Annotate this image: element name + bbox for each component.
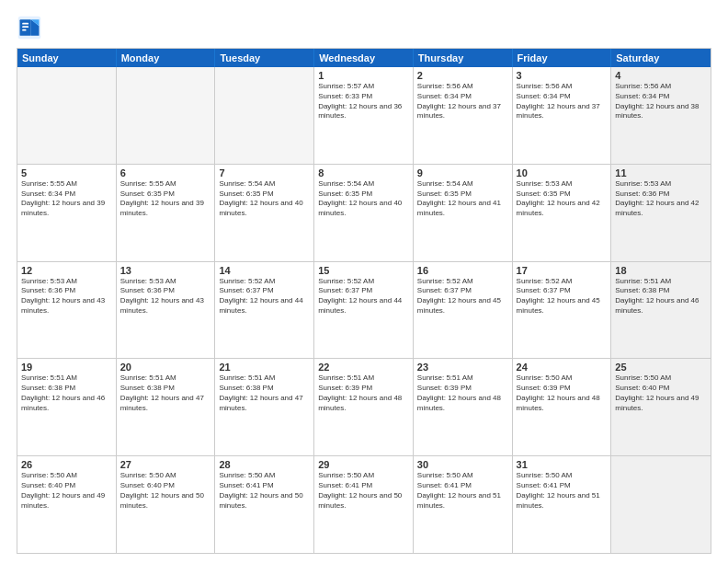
calendar-header: SundayMondayTuesdayWednesdayThursdayFrid… xyxy=(17,49,711,67)
day-info: Sunrise: 5:57 AMSunset: 6:33 PMDaylight:… xyxy=(318,82,409,121)
day-cell-9: 9Sunrise: 5:54 AMSunset: 6:35 PMDaylight… xyxy=(414,165,513,261)
day-cell-1: 1Sunrise: 5:57 AMSunset: 6:33 PMDaylight… xyxy=(314,67,414,164)
day-cell-14: 14Sunrise: 5:52 AMSunset: 6:37 PMDayligh… xyxy=(215,262,314,359)
day-number: 20 xyxy=(120,362,211,373)
day-number: 23 xyxy=(417,362,508,373)
day-number: 18 xyxy=(615,265,707,276)
day-info: Sunrise: 5:54 AMSunset: 6:35 PMDaylight:… xyxy=(318,179,409,219)
day-info: Sunrise: 5:53 AMSunset: 6:36 PMDaylight:… xyxy=(615,179,707,219)
day-info: Sunrise: 5:52 AMSunset: 6:37 PMDaylight:… xyxy=(318,277,409,316)
day-cell-31: 31Sunrise: 5:50 AMSunset: 6:41 PMDayligh… xyxy=(513,456,612,553)
day-cell-15: 15Sunrise: 5:52 AMSunset: 6:37 PMDayligh… xyxy=(314,262,414,359)
day-info: Sunrise: 5:50 AMSunset: 6:40 PMDaylight:… xyxy=(120,471,211,511)
day-cell-17: 17Sunrise: 5:52 AMSunset: 6:37 PMDayligh… xyxy=(513,262,612,359)
empty-cell-4-6 xyxy=(611,456,711,553)
day-number: 26 xyxy=(21,459,112,470)
calendar-row-4: 26Sunrise: 5:50 AMSunset: 6:40 PMDayligh… xyxy=(17,456,711,553)
day-cell-16: 16Sunrise: 5:52 AMSunset: 6:37 PMDayligh… xyxy=(414,262,513,359)
header-day-friday: Friday xyxy=(513,49,612,67)
day-cell-2: 2Sunrise: 5:56 AMSunset: 6:34 PMDaylight… xyxy=(414,67,513,164)
day-number: 25 xyxy=(615,362,707,373)
day-info: Sunrise: 5:50 AMSunset: 6:41 PMDaylight:… xyxy=(517,471,608,511)
day-cell-7: 7Sunrise: 5:54 AMSunset: 6:35 PMDaylight… xyxy=(215,165,314,261)
day-info: Sunrise: 5:50 AMSunset: 6:39 PMDaylight:… xyxy=(517,373,608,413)
day-info: Sunrise: 5:50 AMSunset: 6:41 PMDaylight:… xyxy=(219,471,310,511)
day-info: Sunrise: 5:52 AMSunset: 6:37 PMDaylight:… xyxy=(517,277,608,316)
day-cell-18: 18Sunrise: 5:51 AMSunset: 6:38 PMDayligh… xyxy=(611,262,711,359)
day-info: Sunrise: 5:51 AMSunset: 6:38 PMDaylight:… xyxy=(21,373,112,413)
header-day-monday: Monday xyxy=(117,49,216,67)
day-number: 1 xyxy=(318,70,409,81)
day-number: 29 xyxy=(318,459,409,470)
day-number: 24 xyxy=(517,362,608,373)
day-cell-5: 5Sunrise: 5:55 AMSunset: 6:34 PMDaylight… xyxy=(17,165,117,261)
day-number: 17 xyxy=(517,265,608,276)
day-number: 3 xyxy=(517,70,608,81)
day-info: Sunrise: 5:52 AMSunset: 6:37 PMDaylight:… xyxy=(417,277,508,316)
day-number: 2 xyxy=(417,70,508,81)
day-number: 16 xyxy=(417,265,508,276)
calendar-row-3: 19Sunrise: 5:51 AMSunset: 6:38 PMDayligh… xyxy=(17,359,711,456)
day-cell-30: 30Sunrise: 5:50 AMSunset: 6:41 PMDayligh… xyxy=(414,456,513,553)
day-number: 30 xyxy=(417,459,508,470)
day-info: Sunrise: 5:50 AMSunset: 6:41 PMDaylight:… xyxy=(318,471,409,511)
day-number: 12 xyxy=(21,265,112,276)
day-number: 8 xyxy=(318,167,409,178)
header-day-sunday: Sunday xyxy=(17,49,117,67)
day-cell-3: 3Sunrise: 5:56 AMSunset: 6:34 PMDaylight… xyxy=(513,67,612,164)
day-number: 22 xyxy=(318,362,409,373)
day-cell-12: 12Sunrise: 5:53 AMSunset: 6:36 PMDayligh… xyxy=(17,262,117,359)
day-cell-10: 10Sunrise: 5:53 AMSunset: 6:35 PMDayligh… xyxy=(513,165,612,261)
day-info: Sunrise: 5:56 AMSunset: 6:34 PMDaylight:… xyxy=(615,82,707,121)
day-cell-29: 29Sunrise: 5:50 AMSunset: 6:41 PMDayligh… xyxy=(314,456,414,553)
day-info: Sunrise: 5:50 AMSunset: 6:41 PMDaylight:… xyxy=(417,471,508,511)
day-info: Sunrise: 5:50 AMSunset: 6:40 PMDaylight:… xyxy=(615,373,707,413)
day-number: 4 xyxy=(615,70,707,81)
empty-cell-0-2 xyxy=(215,67,314,164)
svg-rect-5 xyxy=(22,26,28,28)
day-number: 27 xyxy=(120,459,211,470)
day-cell-24: 24Sunrise: 5:50 AMSunset: 6:39 PMDayligh… xyxy=(513,359,612,455)
day-info: Sunrise: 5:51 AMSunset: 6:39 PMDaylight:… xyxy=(417,373,508,413)
day-cell-20: 20Sunrise: 5:51 AMSunset: 6:38 PMDayligh… xyxy=(117,359,216,455)
logo xyxy=(17,15,46,40)
calendar-body: 1Sunrise: 5:57 AMSunset: 6:33 PMDaylight… xyxy=(17,67,711,553)
header-day-thursday: Thursday xyxy=(414,49,513,67)
page: SundayMondayTuesdayWednesdayThursdayFrid… xyxy=(0,0,728,563)
calendar: SundayMondayTuesdayWednesdayThursdayFrid… xyxy=(17,48,711,554)
day-cell-28: 28Sunrise: 5:50 AMSunset: 6:41 PMDayligh… xyxy=(215,456,314,553)
empty-cell-0-0 xyxy=(17,67,117,164)
day-cell-8: 8Sunrise: 5:54 AMSunset: 6:35 PMDaylight… xyxy=(314,165,414,261)
day-info: Sunrise: 5:53 AMSunset: 6:36 PMDaylight:… xyxy=(21,277,112,316)
day-number: 7 xyxy=(219,167,310,178)
day-info: Sunrise: 5:54 AMSunset: 6:35 PMDaylight:… xyxy=(219,179,310,219)
logo-icon xyxy=(17,15,42,40)
day-cell-26: 26Sunrise: 5:50 AMSunset: 6:40 PMDayligh… xyxy=(17,456,117,553)
day-cell-4: 4Sunrise: 5:56 AMSunset: 6:34 PMDaylight… xyxy=(611,67,711,164)
day-cell-21: 21Sunrise: 5:51 AMSunset: 6:38 PMDayligh… xyxy=(215,359,314,455)
calendar-row-2: 12Sunrise: 5:53 AMSunset: 6:36 PMDayligh… xyxy=(17,262,711,360)
day-cell-6: 6Sunrise: 5:55 AMSunset: 6:35 PMDaylight… xyxy=(117,165,216,261)
day-info: Sunrise: 5:50 AMSunset: 6:40 PMDaylight:… xyxy=(21,471,112,511)
day-number: 21 xyxy=(219,362,310,373)
day-number: 5 xyxy=(21,167,112,178)
day-info: Sunrise: 5:56 AMSunset: 6:34 PMDaylight:… xyxy=(417,82,508,121)
day-cell-19: 19Sunrise: 5:51 AMSunset: 6:38 PMDayligh… xyxy=(17,359,117,455)
day-info: Sunrise: 5:55 AMSunset: 6:35 PMDaylight:… xyxy=(120,179,211,219)
day-number: 15 xyxy=(318,265,409,276)
svg-rect-4 xyxy=(22,23,28,25)
calendar-row-0: 1Sunrise: 5:57 AMSunset: 6:33 PMDaylight… xyxy=(17,67,711,165)
day-cell-27: 27Sunrise: 5:50 AMSunset: 6:40 PMDayligh… xyxy=(117,456,216,553)
day-info: Sunrise: 5:53 AMSunset: 6:36 PMDaylight:… xyxy=(120,277,211,316)
day-cell-22: 22Sunrise: 5:51 AMSunset: 6:39 PMDayligh… xyxy=(314,359,414,455)
day-number: 9 xyxy=(417,167,508,178)
day-number: 11 xyxy=(615,167,707,178)
calendar-row-1: 5Sunrise: 5:55 AMSunset: 6:34 PMDaylight… xyxy=(17,165,711,262)
day-info: Sunrise: 5:51 AMSunset: 6:39 PMDaylight:… xyxy=(318,373,409,413)
day-info: Sunrise: 5:51 AMSunset: 6:38 PMDaylight:… xyxy=(615,277,707,316)
empty-cell-0-1 xyxy=(117,67,216,164)
day-cell-23: 23Sunrise: 5:51 AMSunset: 6:39 PMDayligh… xyxy=(414,359,513,455)
day-cell-25: 25Sunrise: 5:50 AMSunset: 6:40 PMDayligh… xyxy=(611,359,711,455)
header xyxy=(17,15,711,40)
header-day-tuesday: Tuesday xyxy=(215,49,314,67)
